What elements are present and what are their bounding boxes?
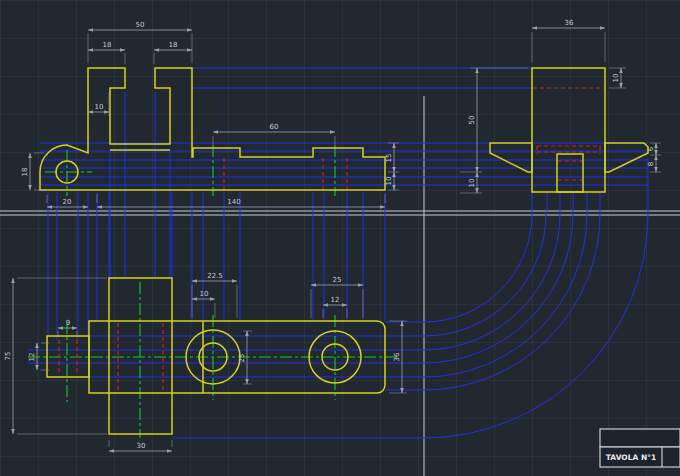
dim-side-width: 36 <box>565 19 574 27</box>
dim-plan-bottom-pad: 30 <box>137 442 146 450</box>
dim-plan-overall-depth: 75 <box>4 352 12 361</box>
dim-front-boss-offset: 20 <box>63 198 72 206</box>
dim-side-height-lower: 10 <box>468 179 476 188</box>
dim-front-right-tab: 18 <box>169 41 178 49</box>
dim-plan-bar-depth: 36 <box>393 352 401 361</box>
dim-front-mid-upper: 15 <box>385 154 393 163</box>
title-block-row1 <box>600 429 680 447</box>
dim-side-top-step: 10 <box>612 74 620 83</box>
dim-front-total-length: 140 <box>227 198 240 206</box>
cad-viewport[interactable]: 50 18 18 10 60 140 20 18 15 10 50 10 36 … <box>0 0 680 476</box>
dim-plan-tab-slot: 9 <box>66 319 70 327</box>
dim-plan-left-slot: 10 <box>200 290 209 298</box>
dim-front-overall-width: 50 <box>136 21 145 29</box>
dim-side-height-upper: 50 <box>468 116 476 125</box>
construction-lines <box>0 96 680 476</box>
dim-front-mid-lower: 10 <box>385 177 393 186</box>
dim-plan-left-bore: 25 <box>238 354 246 363</box>
title-block: TAVOLA N°1 <box>600 429 680 467</box>
dim-side-wing-upper: 6 <box>647 146 655 151</box>
dim-front-left-tab: 18 <box>103 41 112 49</box>
title-block-sheet-label: TAVOLA N°1 <box>606 453 656 462</box>
projection-arcs <box>424 214 648 438</box>
cad-drawing-canvas[interactable]: 50 18 18 10 60 140 20 18 15 10 50 10 36 … <box>0 0 680 476</box>
dimension-labels: 50 18 18 10 60 140 20 18 15 10 50 10 36 … <box>4 19 655 450</box>
centerlines <box>28 145 400 438</box>
dim-plan-tab-bore: 12 <box>28 353 36 362</box>
dim-front-boss-height: 18 <box>21 168 29 177</box>
dim-side-wing-lower: 8 <box>647 162 655 166</box>
side-view <box>490 68 648 192</box>
dim-plan-right-hole: 12 <box>331 296 340 304</box>
dim-front-step: 10 <box>95 103 104 111</box>
dim-front-pad-span: 60 <box>270 123 279 131</box>
extension-lines <box>17 32 661 447</box>
dim-plan-right-pad: 25 <box>333 276 342 284</box>
dim-plan-left-pad: 22.5 <box>207 272 223 280</box>
hidden-lines <box>59 88 604 391</box>
